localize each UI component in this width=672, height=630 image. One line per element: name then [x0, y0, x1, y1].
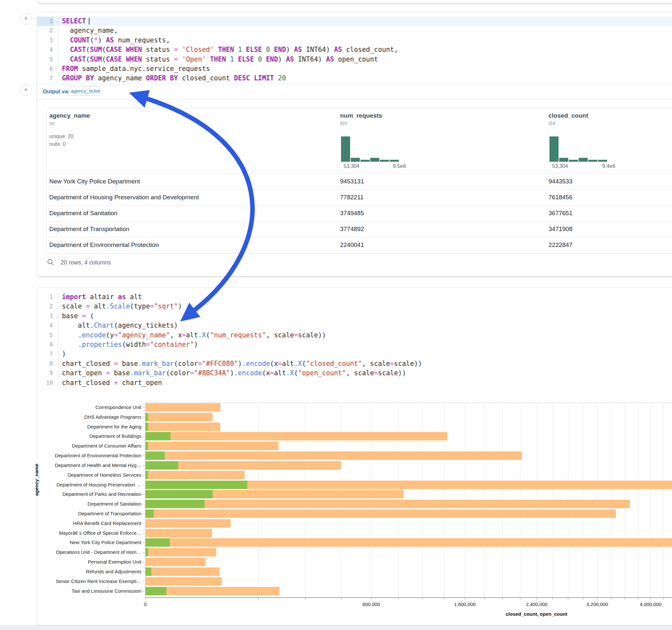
gutter-divider: [58, 331, 58, 340]
column-header-closed-count[interactable]: closed_count: [549, 112, 588, 119]
histogram-bar: [569, 160, 578, 162]
code-line[interactable]: 6FROM sample_data.nyc.service_requests: [37, 64, 672, 74]
fold-chevron-icon[interactable]: ⌄: [56, 312, 58, 321]
table-cell: New York City Police Department: [49, 178, 140, 185]
histogram-bar: [598, 160, 607, 162]
code-line[interactable]: 4 alt.Chart(agency_tickets): [37, 321, 672, 330]
line-number: 9: [37, 368, 54, 378]
histogram-bar: [589, 160, 597, 162]
code-line[interactable]: 3⌄base = (: [37, 311, 672, 321]
code-line[interactable]: 4 CAST(SUM(CASE WHEN status = 'Closed' T…: [37, 45, 672, 54]
gutter-divider: [58, 359, 58, 368]
histogram-bar: [380, 160, 389, 162]
histogram-bar: [579, 158, 588, 162]
column-stat-unique: unique: 20: [49, 134, 74, 139]
histogram-closed-count: [549, 137, 609, 162]
histogram-bar: [390, 160, 399, 162]
table-cell: Department of Housing Preservation and D…: [49, 194, 199, 201]
code-line[interactable]: 5 .encode(y="agency_name", x=alt.X("num_…: [37, 331, 672, 340]
histogram-bar: [341, 137, 350, 162]
result-table: agency_name str unique: 20 nulls: 0 num_…: [46, 108, 672, 254]
column-type: i64: [549, 121, 555, 126]
gutter-divider: [58, 55, 58, 64]
table-cell: 2222847: [549, 241, 573, 248]
table-row[interactable]: Department of Transportation377489234719…: [47, 221, 672, 237]
gutter-divider: [58, 349, 58, 359]
code-text: import altair as alt: [62, 292, 142, 302]
line-number: 5: [37, 55, 54, 64]
code-line[interactable]: 6 .properties(width="container"): [37, 340, 672, 349]
table-row[interactable]: Department of Sanitation37494853677651: [47, 205, 672, 221]
gutter-divider: [58, 311, 58, 321]
gutter-divider: [58, 378, 58, 388]
sql-cell: 1⌄SELECT2 agency_name,3 COUNT(*) AS num_…: [37, 12, 672, 276]
code-line[interactable]: 1⌄SELECT: [37, 17, 672, 26]
previous-cell-edge: [37, 0, 672, 3]
add-cell-button-top[interactable]: +: [20, 13, 32, 25]
code-line[interactable]: 7): [37, 349, 672, 359]
table-row[interactable]: Department of Environmental Protection22…: [47, 237, 672, 253]
column-stat-nulls: nulls: 0: [49, 141, 66, 147]
table-cell: 3749485: [340, 210, 364, 217]
column-header-agency-name[interactable]: agency_name: [49, 112, 90, 119]
code-text: .encode(y="agency_name", x=alt.X("num_re…: [62, 331, 326, 340]
table-cell: 9443533: [549, 178, 573, 185]
code-line[interactable]: 5 CAST(SUM(CASE WHEN status = 'Open' THE…: [37, 55, 672, 64]
code-text: chart_closed + chart_open: [62, 378, 162, 388]
add-cell-button-mid[interactable]: +: [20, 84, 32, 96]
table-cell: 3774892: [340, 225, 364, 233]
fold-chevron-icon[interactable]: ⌄: [56, 17, 58, 26]
table-cell: 7618456: [549, 194, 573, 201]
histogram-bar: [360, 160, 369, 162]
code-text: chart_open = base.mark_bar(color="#8BC34…: [62, 368, 406, 378]
code-line[interactable]: 2 agency_name,: [37, 26, 672, 35]
gutter-divider: [58, 368, 58, 378]
table-row[interactable]: Department of Housing Preservation and D…: [47, 189, 672, 205]
table-cell: 9453131: [340, 178, 364, 185]
gutter-divider: [58, 292, 58, 302]
histogram-bar: [370, 158, 379, 162]
output-variable-input[interactable]: agency_tickets: [68, 86, 100, 96]
gutter-divider: [58, 74, 58, 83]
text-cursor: [89, 18, 90, 25]
line-number: 8: [37, 359, 54, 368]
code-line[interactable]: 9chart_open = base.mark_bar(color="#8BC3…: [37, 368, 672, 378]
code-line[interactable]: 10chart_closed + chart_open: [37, 378, 672, 388]
table-row[interactable]: New York City Police Department945313194…: [47, 173, 672, 190]
gutter-divider: [58, 17, 58, 26]
line-number: 6: [37, 64, 54, 74]
code-text: alt.Chart(agency_tickets): [62, 321, 178, 330]
column-header-num-requests[interactable]: num_requests: [340, 112, 382, 119]
line-number: 3⌄: [37, 311, 54, 321]
sql-code-editor[interactable]: 1⌄SELECT2 agency_name,3 COUNT(*) AS num_…: [37, 17, 672, 83]
table-search-icon[interactable]: [47, 259, 54, 266]
code-line[interactable]: 8chart_closed = base.mark_bar(color="#FF…: [37, 359, 672, 368]
code-text: CAST(SUM(CASE WHEN status = 'Closed' THE…: [62, 45, 398, 54]
line-number: 4: [37, 321, 54, 330]
histogram-bar: [549, 137, 558, 162]
gutter-divider: [58, 64, 58, 74]
code-line[interactable]: 2scale = alt.Scale(type="sqrt"): [37, 302, 672, 311]
code-text: scale = alt.Scale(type="sqrt"): [62, 302, 182, 311]
line-number: 7: [37, 349, 54, 359]
code-line[interactable]: 1import altair as alt: [37, 292, 672, 302]
code-text: chart_closed = base.mark_bar(color="#FFC…: [62, 359, 422, 368]
line-number: 2: [37, 302, 54, 311]
code-line[interactable]: 3 COUNT(*) AS num_requests,: [37, 35, 672, 45]
divider: [37, 84, 672, 84]
line-number: 1: [37, 292, 54, 302]
table-cell: Department of Transportation: [49, 225, 129, 233]
code-text: ): [62, 349, 66, 359]
code-text: SELECT: [62, 17, 90, 26]
line-number: 7: [37, 74, 54, 83]
divider: [37, 99, 672, 99]
table-cell: 2240041: [340, 241, 364, 248]
code-line[interactable]: 7GROUP BY agency_name ORDER BY closed_co…: [37, 74, 672, 83]
table-cell: 3677651: [549, 210, 573, 217]
code-text: CAST(SUM(CASE WHEN status = 'Open' THEN …: [62, 55, 378, 64]
table-row-count: 20 rows, 4 columns: [61, 259, 111, 266]
gutter-divider: [58, 35, 58, 45]
python-code-editor[interactable]: 1import altair as alt2scale = alt.Scale(…: [37, 292, 672, 388]
histogram-max-label: 9.4e6: [602, 163, 615, 169]
gutter-divider: [58, 340, 58, 349]
